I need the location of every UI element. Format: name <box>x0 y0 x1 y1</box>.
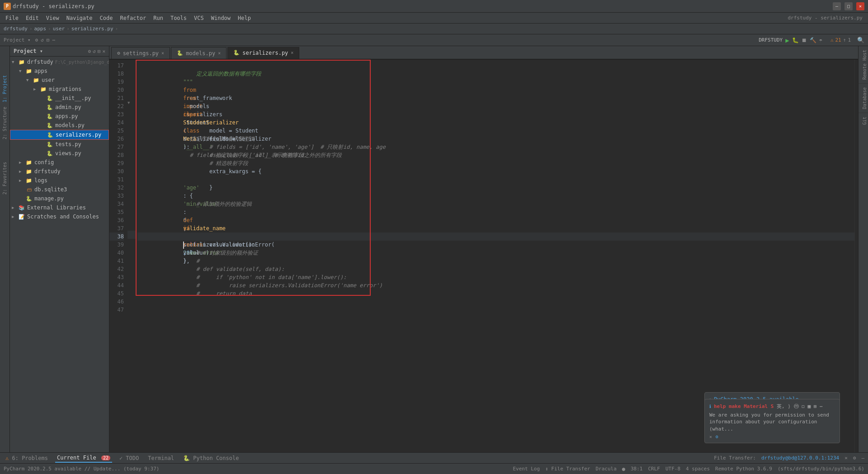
build-button[interactable]: 🔨 <box>810 37 816 43</box>
sync-icon[interactable]: ↺ <box>40 37 45 43</box>
toggle-structure[interactable]: 2: Structure <box>1 105 8 141</box>
code-line-28[interactable]: # 精选映射字段 <box>137 151 854 159</box>
tree-item-views-py[interactable]: 🐍 views.py <box>10 149 109 158</box>
code-line-33[interactable]: # 添加额外的校验逻辑 <box>137 192 854 200</box>
code-line-34[interactable]: def validate_name ( self , value): <box>137 200 854 208</box>
code-line-35[interactable]: if 'python' not in value.lower(): <box>137 208 854 216</box>
charset[interactable]: UTF-8 <box>665 466 680 472</box>
tree-item-tests-py[interactable]: 🐍 tests.py <box>10 140 109 149</box>
project-settings-icon[interactable]: ⚙ <box>88 48 91 54</box>
tree-item-db-sqlite3[interactable]: 🗃 db.sqlite3 <box>10 185 109 194</box>
event-log[interactable]: Event Log <box>513 466 540 472</box>
notif-settings-2[interactable]: ⚙ <box>716 434 718 439</box>
tree-item-scratches[interactable]: ▶ 📝 Scratches and Consoles <box>10 212 109 221</box>
tree-item-apps[interactable]: ▼ 📁 apps <box>10 66 109 76</box>
sidebar-database[interactable]: Database <box>859 84 868 113</box>
breadcrumb-user[interactable]: user <box>53 26 65 32</box>
project-sync-icon[interactable]: ↺ <box>93 48 96 54</box>
more-icon[interactable]: ⋯ <box>51 37 56 43</box>
code-line-22[interactable]: class StudentSerializer ( serializers.Mo… <box>137 102 854 110</box>
code-line-46[interactable] <box>137 298 854 306</box>
code-line-44[interactable]: # return data <box>137 281 854 289</box>
expand-icon-bottom[interactable]: — <box>861 455 864 461</box>
code-line-30[interactable]: 'age' : { 'min_value' : 0 , 'max_value' … <box>137 167 854 175</box>
menu-edit[interactable]: Edit <box>22 14 42 22</box>
tree-item-drfstudy[interactable]: ▼ 📁 drfstudy F:\C_python\Django_drfstudy… <box>10 57 109 66</box>
code-line-43[interactable]: # raise serializers.ValidationError('nam… <box>137 273 854 281</box>
breadcrumb-drfstudy[interactable]: drfstudy <box>4 26 28 32</box>
menu-vcs[interactable]: VCS <box>190 14 208 22</box>
project-close-icon[interactable]: ✕ <box>102 48 105 54</box>
tab-problems[interactable]: ⚠ 6: Problems <box>4 454 50 462</box>
tree-item-apps-py[interactable]: 🐍 apps.py <box>10 112 109 121</box>
tree-item-ext-libs[interactable]: ▶ 📚 External Libraries <box>10 203 109 212</box>
collapse-icon[interactable]: ⊟ <box>46 37 51 43</box>
menu-code[interactable]: Code <box>96 14 117 22</box>
debug-button[interactable]: 🐛 <box>792 37 799 43</box>
code-line-37[interactable]: return value <box>137 224 854 232</box>
code-line-27[interactable]: # exclude = ['id'] # 映射除id之外的所有字段 <box>137 143 854 151</box>
code-line-40[interactable]: # <box>137 249 854 257</box>
code-line-41[interactable]: # def validate(self, data): <box>137 257 854 265</box>
file-transfer-close[interactable]: ✕ <box>844 455 848 461</box>
code-line-26[interactable]: # fields = ['id', 'name', 'age'] # 只映射id… <box>137 135 854 143</box>
code-line-23[interactable]: class Meta : <box>137 110 854 118</box>
tab-todo[interactable]: ✓ TODO <box>118 454 141 462</box>
tree-item-drfstudy-dir[interactable]: ▶ 📁 drfstudy <box>10 167 109 176</box>
settings-icon-bottom[interactable]: ⚙ <box>853 455 856 461</box>
search-button[interactable]: 🔍 <box>857 37 864 43</box>
file-transfer-tab[interactable]: ↕ File Transfer <box>545 466 590 472</box>
tab-settings[interactable]: ⚙ settings.py × <box>111 47 170 59</box>
tree-item-serializers-py[interactable]: 🐍 serializers.py <box>10 130 109 140</box>
breadcrumb-apps[interactable]: apps <box>34 26 47 32</box>
code-line-31[interactable]: } <box>137 175 854 184</box>
code-line-32[interactable] <box>137 184 854 192</box>
code-line-38[interactable] <box>137 232 854 241</box>
tab-python-console[interactable]: 🐍 Python Console <box>181 454 241 462</box>
settings-icon[interactable]: ⚙ <box>34 37 39 43</box>
tab-terminal[interactable]: Terminal <box>146 454 176 462</box>
indent[interactable]: 4 spaces <box>686 466 710 472</box>
code-line-29[interactable]: extra_kwargs = { <box>137 159 854 167</box>
code-line-21[interactable] <box>137 94 854 102</box>
code-line-39[interactable]: # # 对象级别的额外验证 <box>137 241 854 249</box>
code-line-19[interactable]: from rest_framework import serializers <box>137 78 854 86</box>
tree-item-models-py[interactable]: 🐍 models.py <box>10 121 109 130</box>
code-line-17[interactable]: 定义返回的数据有哪些字段 <box>137 62 854 70</box>
tree-item-config[interactable]: ▶ 📁 config <box>10 158 109 167</box>
run-button[interactable]: ▶ <box>785 37 789 44</box>
close-button[interactable]: ✕ <box>856 2 864 10</box>
sidebar-gitview[interactable]: Git <box>859 113 868 128</box>
code-line-20[interactable]: from .models import Student <box>137 86 854 94</box>
tab-serializers[interactable]: 🐍 serializers.py × <box>227 47 299 59</box>
menu-run[interactable]: Run <box>150 14 167 22</box>
breadcrumb-file[interactable]: serializers.py <box>71 26 113 32</box>
code-line-47[interactable] <box>137 306 854 314</box>
fold-marker-22[interactable]: ▼ <box>127 100 136 109</box>
tree-item-admin-py[interactable]: 🐍 admin.py <box>10 103 109 112</box>
menu-window[interactable]: Window <box>208 14 234 22</box>
minimize-button[interactable]: — <box>833 2 841 10</box>
tab-models[interactable]: 🐍 models.py × <box>171 47 226 59</box>
code-line-42[interactable]: # if 'python' not in data['name'].lower(… <box>137 265 854 273</box>
code-line-36[interactable]: raise serializers.ValidationError( 'name… <box>137 216 854 224</box>
stop-button[interactable]: ⏹ <box>802 37 807 43</box>
line-ending[interactable]: CRLF <box>648 466 660 472</box>
tab-current-file[interactable]: Current File 22 <box>55 454 112 463</box>
code-line-24[interactable]: model = Student # 指定序列化器映射的模型类 <box>137 118 854 127</box>
tree-item-init-py[interactable]: 🐍 __init__.py <box>10 94 109 103</box>
menu-view[interactable]: View <box>42 14 63 22</box>
menu-tools[interactable]: Tools <box>167 14 190 22</box>
tree-item-manage-py[interactable]: 🐍 manage.py <box>10 194 109 203</box>
menu-file[interactable]: File <box>2 14 22 22</box>
menu-help[interactable]: Help <box>234 14 255 22</box>
code-line-18[interactable]: """ <box>137 70 854 78</box>
menu-refactor[interactable]: Refactor <box>116 14 150 22</box>
tab-close-settings[interactable]: × <box>161 51 164 56</box>
sidebar-remote-host[interactable]: Remote Host <box>859 46 868 83</box>
notif-close-2[interactable]: ✕ <box>709 434 712 439</box>
position[interactable]: 38:1 <box>631 466 643 472</box>
maximize-button[interactable]: □ <box>844 2 853 10</box>
toggle-project[interactable]: 1: Project <box>1 73 8 104</box>
project-collapse-icon[interactable]: ⊟ <box>98 48 101 54</box>
